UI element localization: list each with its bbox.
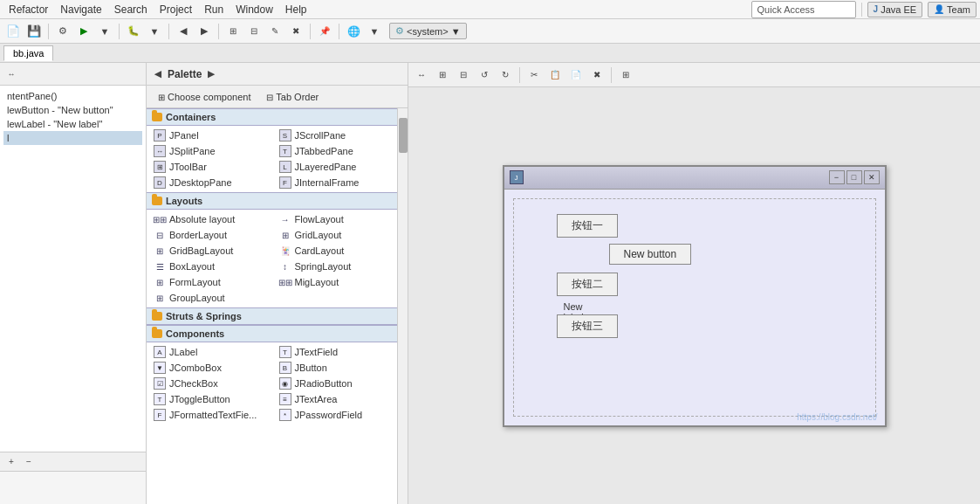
palette-tab-choose[interactable]: ⊞ Choose component [150,89,258,105]
item-jpasswordfield[interactable]: * JPasswordField [272,407,398,423]
item-jtoolbar[interactable]: ⊞ JToolBar [147,159,272,175]
bb-java-tab[interactable]: bb.java [3,45,53,61]
center-btn5[interactable]: ↻ [496,66,515,85]
menu-help[interactable]: Help [280,2,312,17]
boxlayout-icon: ☰ [154,260,166,273]
item-absolute[interactable]: ⊞⊞ Absolute layout [147,211,272,227]
jtabbedpane-label: JTabbedPane [295,146,353,156]
system-dropdown[interactable]: ⚙ <system> ▼ [389,23,467,39]
center-btn4[interactable]: ↺ [475,66,494,85]
pin-button[interactable]: 📌 [315,22,334,41]
button-yizhi[interactable]: 按钮一 [557,214,618,238]
item-jbutton[interactable]: B JButton [272,360,398,376]
new-button[interactable]: 📄 [3,22,23,41]
item-formlayout[interactable]: ⊞ FormLayout [147,274,272,290]
item-jformattedtextfield[interactable]: F JFormattedTextFie... [147,407,272,423]
item-jscrollpane[interactable]: S JScrollPane [272,128,398,143]
formlayout-icon: ⊞ [154,276,166,288]
run-dropdown[interactable]: ▼ [95,22,114,41]
sidebar-item-3[interactable]: l [3,131,142,145]
palette-tab-order-icon: ⊟ [266,93,273,102]
minimize-button[interactable]: − [829,170,845,184]
team-perspective[interactable]: 👤 Team [928,2,977,17]
new-button-widget[interactable]: New button [609,244,692,265]
quick-access-input[interactable]: Quick Access [751,1,856,18]
separator4 [218,24,219,39]
sidebar-item-1[interactable]: lewButton - "New button" [3,103,142,117]
button-sanzhi[interactable]: 按钮三 [557,314,618,338]
item-jlabel[interactable]: A JLabel [147,344,272,360]
menu-project[interactable]: Project [154,2,197,17]
palette-nav-left[interactable]: ◀ [152,69,164,79]
globe-dropdown[interactable]: ▼ [365,22,384,41]
center-btn10[interactable]: ⊞ [616,66,635,85]
center-btn1[interactable]: ↔ [412,66,431,85]
button-erzhi[interactable]: 按钮二 [557,273,618,296]
back-button[interactable]: ◀ [174,22,193,41]
item-flowlayout[interactable]: → FlowLayout [272,211,398,227]
center-btn3[interactable]: ⊟ [454,66,473,85]
menu-window[interactable]: Window [230,2,278,17]
item-jtextarea[interactable]: ≡ JTextArea [272,391,398,407]
sidebar-item-2[interactable]: lewLabel - "New label" [3,117,142,131]
debug-button[interactable]: 🐛 [124,22,143,41]
sidebar-bottom-btn2[interactable]: − [21,454,37,470]
item-jradiobutton[interactable]: ◉ JRadioButton [272,376,398,391]
item-jlayeredpane[interactable]: L JLayeredPane [272,159,398,175]
palette-scrollbar[interactable] [397,108,408,504]
run-button[interactable]: ▶ [74,22,93,41]
debug-dropdown[interactable]: ▼ [145,22,164,41]
menu-search[interactable]: Search [109,2,153,17]
item-jsplitpane[interactable]: ↔ JSplitPane [147,143,272,159]
layouts-grid: ⊞⊞ Absolute layout → FlowLayout ⊟ Border… [147,210,397,307]
palette-scroll[interactable]: Containers P JPanel S JScrollPane ↔ JSpl… [147,108,397,504]
center-btn9[interactable]: ✖ [587,66,607,85]
item-grouplayout[interactable]: ⊞ GroupLayout [147,290,272,306]
sidebar-btn1[interactable]: ↔ [3,66,19,82]
close-button[interactable]: ✕ [864,170,880,184]
item-boxlayout[interactable]: ☰ BoxLayout [147,259,272,274]
menu-refactor[interactable]: Refactor [3,2,53,17]
item-jtextfield[interactable]: T JTextField [272,344,398,360]
item-miglayout[interactable]: ⊞⊞ MigLayout [272,274,398,290]
menu-run[interactable]: Run [199,2,229,17]
item-jdesktoppane[interactable]: D JDesktopPane [147,175,272,190]
center-btn7[interactable]: 📋 [545,66,565,85]
item-jcheckbox[interactable]: ☑ JCheckBox [147,376,272,391]
item-jinternalframe[interactable]: F JInternalFrame [272,175,398,190]
center-btn8[interactable]: 📄 [566,66,586,85]
item-jtabbedpane[interactable]: T JTabbedPane [272,143,398,159]
palette-nav-right[interactable]: ▶ [205,69,217,79]
item-springlayout[interactable]: ↕ SpringLayout [272,259,398,274]
item-gridbaglayout[interactable]: ⊞ GridBagLayout [147,243,272,259]
save-button[interactable]: 💾 [24,22,44,41]
extra-btn1[interactable]: ⊞ [223,22,243,41]
globe-button[interactable]: 🌐 [344,22,363,41]
settings-button[interactable]: ⚙ [53,22,72,41]
jcheckbox-icon: ☑ [154,377,166,390]
item-borderlayout[interactable]: ⊟ BorderLayout [147,227,272,243]
item-jpanel[interactable]: P JPanel [147,128,272,143]
extra-btn4[interactable]: ✖ [286,22,305,41]
palette-scrollbar-thumb[interactable] [399,118,408,153]
item-cardlayout[interactable]: 🃏 CardLayout [272,243,398,259]
folder-icon-layouts [152,197,162,205]
system-icon: ⚙ [395,25,404,37]
extra-btn2[interactable]: ⊟ [244,22,264,41]
palette-tab-order[interactable]: ⊟ Tab Order [258,89,326,105]
center-btn6[interactable]: ✂ [524,66,544,85]
sidebar-item-0[interactable]: ntentPane() [3,89,142,103]
java-ee-perspective[interactable]: J Java EE [867,2,923,17]
item-gridlayout[interactable]: ⊞ GridLayout [272,227,398,243]
maximize-button[interactable]: □ [846,170,862,184]
extra-btn3[interactable]: ✎ [265,22,284,41]
sidebar-bottom-toolbar: + − [0,452,146,472]
menu-navigate[interactable]: Navigate [55,2,106,17]
center-btn2[interactable]: ⊞ [433,66,452,85]
item-jtogglebutton[interactable]: T JToggleButton [147,391,272,407]
forward-button[interactable]: ▶ [195,22,214,41]
sidebar-bottom-btn1[interactable]: + [3,454,19,470]
center-icon1: ↔ [417,70,426,79]
section-components-label: Components [166,328,224,339]
item-jcombobox[interactable]: ▼ JComboBox [147,360,272,376]
